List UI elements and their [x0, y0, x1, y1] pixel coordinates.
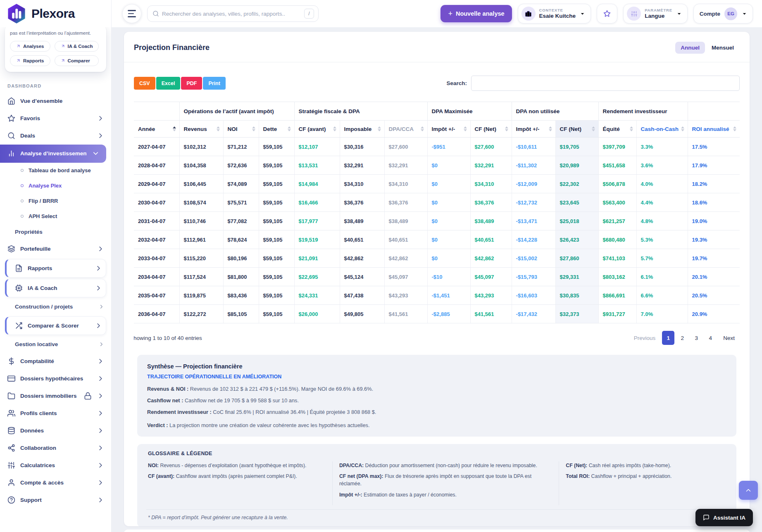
- column-header-9[interactable]: Impôt +/-: [512, 121, 555, 138]
- sort-icon[interactable]: [630, 126, 633, 132]
- table-row: 2032-04-07$112,961$78,624$59,105$19,519$…: [134, 230, 740, 249]
- cell: $32,373: [555, 305, 598, 323]
- context-dropdown[interactable]: CONTEXTE Esaie Kuitche: [518, 4, 591, 24]
- intro-link-0[interactable]: Analyses: [10, 41, 50, 52]
- sidebar-item-calculatrices[interactable]: Calculatrices: [0, 457, 111, 474]
- sort-icon[interactable]: [288, 126, 291, 132]
- account-dropdown[interactable]: Compte EG: [693, 4, 753, 24]
- sort-icon[interactable]: [464, 126, 467, 132]
- brand-logo[interactable]: Plexora: [0, 0, 111, 27]
- sidebar-item-comptabilit-[interactable]: Comptabilité: [0, 353, 111, 370]
- global-search-input[interactable]: [162, 11, 301, 17]
- cell: $22,695: [294, 268, 340, 286]
- menu-toggle-button[interactable]: [122, 4, 141, 23]
- sidebar-item-deals[interactable]: Deals: [0, 127, 111, 145]
- column-header-11[interactable]: Équité: [598, 121, 636, 138]
- sort-icon[interactable]: [333, 126, 336, 132]
- export-print-button[interactable]: Print: [203, 77, 225, 90]
- column-header-5[interactable]: Imposable: [340, 121, 384, 138]
- parameter-dropdown[interactable]: PARAMÈTRE Langue: [623, 4, 688, 24]
- sidebar-item-support[interactable]: Support: [0, 492, 111, 509]
- intro-link-3[interactable]: Comparer: [55, 55, 99, 66]
- toggle-monthly[interactable]: Mensuel: [707, 42, 738, 54]
- chevron-down-icon: [579, 11, 586, 17]
- sidebar-subitem-aph-select[interactable]: APH Select: [0, 209, 111, 224]
- sort-icon[interactable]: [592, 126, 595, 132]
- sidebar-item-comparer-scorer[interactable]: Comparer & Scorer: [5, 316, 106, 335]
- chart-icon: [7, 150, 15, 157]
- sidebar-item-ia-coach[interactable]: IA & Coach: [5, 279, 106, 297]
- cell: $27,860: [555, 249, 598, 268]
- cell: $85,105: [223, 305, 259, 323]
- column-header-3[interactable]: Dette: [259, 121, 294, 138]
- pagination-page-1[interactable]: 1: [662, 331, 674, 345]
- column-header-13[interactable]: ROI annualisé: [688, 121, 740, 138]
- column-header-7[interactable]: Impôt +/-: [427, 121, 470, 138]
- intro-link-1[interactable]: IA & Coach: [55, 41, 99, 52]
- sidebar-item-dossiers-immobiliers[interactable]: Dossiers immobiliers: [0, 387, 111, 405]
- sidebar-item-favoris[interactable]: Favoris: [0, 110, 111, 127]
- intro-link-2[interactable]: Rapports: [10, 55, 50, 66]
- sidebar-item-vue-d-ensemble[interactable]: Vue d’ensemble: [0, 93, 111, 110]
- toggle-annual[interactable]: Annuel: [675, 42, 705, 54]
- sidebar-subitem-flip-brrr[interactable]: Flip / BRRR: [0, 193, 111, 209]
- synthesis-title: Synthèse — Projection financière: [147, 363, 726, 370]
- sidebar-item-donn-es[interactable]: Données: [0, 422, 111, 439]
- sidebar-group-propri-t-s[interactable]: Propriétés: [0, 224, 111, 240]
- column-header-8[interactable]: CF (Net): [470, 121, 512, 138]
- sort-icon[interactable]: [378, 126, 381, 132]
- sidebar-item-analyse-d-investissement[interactable]: Analyse d’investissement: [0, 145, 106, 163]
- pagination-next[interactable]: Next: [718, 335, 740, 341]
- column-header-4[interactable]: CF (avant): [294, 121, 340, 138]
- export-excel-button[interactable]: Excel: [156, 77, 181, 90]
- search-icon: [152, 10, 159, 17]
- export-pdf-button[interactable]: PDF: [181, 77, 202, 90]
- column-header-1[interactable]: Revenus: [179, 121, 223, 138]
- scroll-to-top-button[interactable]: [739, 481, 758, 500]
- sort-icon[interactable]: [681, 126, 684, 132]
- sort-icon[interactable]: [217, 126, 220, 132]
- sort-icon[interactable]: [252, 126, 255, 132]
- favorites-button[interactable]: [597, 4, 617, 24]
- item-label: Analyse d’investissement: [20, 150, 87, 157]
- sort-icon[interactable]: [733, 126, 736, 132]
- cell: 17.9%: [688, 156, 740, 175]
- column-header-label: Année: [138, 126, 155, 132]
- cell: 7.0%: [636, 305, 688, 323]
- pagination-page-4[interactable]: 4: [704, 331, 717, 345]
- column-header-0[interactable]: Année: [134, 121, 179, 138]
- ai-assistant-button[interactable]: Assistant IA: [695, 509, 753, 526]
- pagination-page-3[interactable]: 3: [690, 331, 702, 345]
- table-row: 2031-04-07$110,746$77,082$59,105$17,977$…: [134, 212, 740, 230]
- share-icon: [7, 444, 15, 452]
- sidebar-item-compte-acc-s[interactable]: Compte & accès: [0, 474, 111, 492]
- global-search[interactable]: /: [147, 5, 319, 22]
- cell: $83,436: [223, 286, 259, 305]
- sidebar-item-portefeuille[interactable]: Portefeuille: [0, 240, 111, 258]
- cell: -$10: [427, 268, 470, 286]
- new-analysis-button[interactable]: + Nouvelle analyse: [441, 5, 512, 22]
- item-label: IA & Coach: [28, 285, 90, 291]
- sort-icon[interactable]: [549, 126, 552, 132]
- sidebar-item-profils-clients[interactable]: Profils clients: [0, 405, 111, 422]
- export-csv-button[interactable]: CSV: [134, 77, 155, 90]
- column-header-10[interactable]: CF (Net): [555, 121, 598, 138]
- pagination-previous[interactable]: Previous: [629, 335, 661, 341]
- sidebar-group-construction-projets[interactable]: Construction / projets: [0, 299, 111, 315]
- pagination-page-2[interactable]: 2: [676, 331, 688, 345]
- sort-icon[interactable]: [505, 126, 508, 132]
- column-header-2[interactable]: NOI: [223, 121, 259, 138]
- column-header-6[interactable]: DPA/CCA: [384, 121, 427, 138]
- sort-icon[interactable]: [173, 126, 176, 132]
- sidebar-item-collaboration[interactable]: Collaboration: [0, 439, 111, 457]
- topbar: / + Nouvelle analyse CONTEXTE Esaie Kuit…: [112, 0, 762, 27]
- sort-icon[interactable]: [421, 126, 424, 132]
- chevron-right-icon: [97, 114, 105, 122]
- column-header-12[interactable]: Cash-on-Cash: [636, 121, 688, 138]
- sidebar-subitem-tableau-de-bord-analyse[interactable]: Tableau de bord analyse: [0, 163, 111, 178]
- sidebar-group-gestion-locative[interactable]: Gestion locative: [0, 336, 111, 353]
- table-search-input[interactable]: [471, 76, 740, 91]
- sidebar-item-rapports[interactable]: Rapports: [5, 259, 106, 278]
- sidebar-item-dossiers-hypoth-caires[interactable]: Dossiers hypothécaires: [0, 370, 111, 387]
- sidebar-subitem-analyse-plex[interactable]: Analyse Plex: [0, 178, 111, 193]
